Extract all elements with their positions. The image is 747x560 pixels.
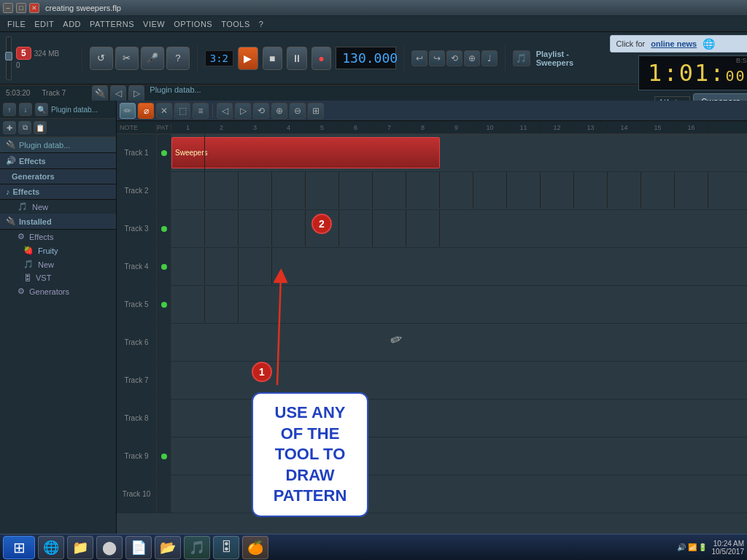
track-1-cells[interactable]: Sweepers bbox=[171, 134, 747, 171]
track-6-label[interactable]: Track 6 bbox=[117, 324, 157, 361]
sweepers-pattern[interactable]: Sweepers bbox=[171, 137, 440, 168]
track-3-cells[interactable] bbox=[171, 210, 747, 247]
help-button[interactable]: ? bbox=[166, 47, 190, 70]
loop-back-button[interactable]: ↩ bbox=[411, 50, 427, 66]
menu-file[interactable]: FILe bbox=[3, 18, 30, 30]
track-6-cells[interactable]: ✏ bbox=[171, 324, 747, 361]
brush-tool[interactable]: ⌀ bbox=[138, 103, 154, 119]
close-button[interactable]: ✕ bbox=[29, 3, 39, 13]
sidebar-item-fruity[interactable]: 🍓 Fruity bbox=[0, 244, 116, 257]
track-10-label[interactable]: Track 10 bbox=[117, 475, 157, 513]
prev-track-icon[interactable]: ◁ bbox=[110, 85, 126, 101]
track-7-pat[interactable] bbox=[157, 362, 171, 399]
loop2-btn[interactable]: ⟲ bbox=[253, 103, 269, 119]
sidebar-item-installed-generators[interactable]: ⚙ Generators bbox=[0, 284, 116, 298]
track-6-pat[interactable] bbox=[157, 324, 171, 361]
track-3-label[interactable]: Track 3 bbox=[117, 210, 157, 247]
sidebar-new-btn[interactable]: ✚ bbox=[3, 121, 16, 134]
playlist-grid[interactable]: NOTE PAT 1 2 3 4 5 6 7 8 9 10 11 12 bbox=[117, 121, 747, 534]
play-button[interactable]: ▶ bbox=[238, 47, 258, 70]
track-4-label[interactable]: Track 4 bbox=[117, 248, 157, 285]
playlist-icon[interactable]: 🎵 bbox=[513, 50, 530, 66]
sidebar-section-effects-generators[interactable]: 🔊 Effects bbox=[0, 153, 116, 169]
eraser-tool[interactable]: ✕ bbox=[156, 103, 172, 119]
taskbar-app1[interactable]: 📂 bbox=[155, 536, 181, 559]
pause-button[interactable]: ⏸ bbox=[287, 47, 307, 70]
online-news-link[interactable]: online news bbox=[651, 39, 697, 48]
mic-button[interactable]: 🎤 bbox=[141, 47, 164, 70]
volume-slider[interactable] bbox=[6, 36, 12, 80]
track-2-label[interactable]: Track 2 bbox=[117, 172, 157, 209]
next-track-icon[interactable]: ▷ bbox=[128, 85, 144, 101]
loop-fwd-button[interactable]: ↪ bbox=[429, 50, 445, 66]
pencil-tool[interactable]: ✏ bbox=[120, 103, 136, 119]
sidebar-copy-btn[interactable]: ⧉ bbox=[18, 121, 31, 134]
menu-tools[interactable]: tooLS bbox=[217, 18, 255, 30]
sidebar-up-btn[interactable]: ↑ bbox=[3, 103, 16, 116]
taskbar-app2[interactable]: 🎵 bbox=[184, 536, 210, 559]
menu-add[interactable]: ADD bbox=[58, 18, 85, 30]
track-9-dot bbox=[161, 454, 167, 459]
sidebar-item-vst[interactable]: 🎛 VST bbox=[0, 271, 116, 284]
sidebar-section-installed[interactable]: 🔌 Installed bbox=[0, 214, 116, 230]
maximize-button[interactable]: □ bbox=[16, 3, 26, 13]
sidebar-item-new2[interactable]: 🎵 New bbox=[0, 257, 116, 271]
select-tool[interactable]: ⬚ bbox=[174, 103, 190, 119]
next-btn[interactable]: ▷ bbox=[235, 103, 251, 119]
sidebar-down-btn[interactable]: ↓ bbox=[19, 103, 32, 116]
plugin-db-icon[interactable]: 🔌 bbox=[92, 85, 108, 101]
track-10-pat[interactable] bbox=[157, 475, 171, 513]
taskbar-chrome[interactable]: ⬤ bbox=[96, 536, 123, 559]
snap-btn[interactable]: ⊞ bbox=[308, 103, 324, 119]
start-button[interactable]: ⊞ bbox=[3, 536, 35, 559]
bpm-display[interactable]: 130.000 bbox=[336, 47, 396, 69]
track-5-cells[interactable] bbox=[171, 286, 747, 323]
slider-thumb[interactable] bbox=[5, 52, 12, 61]
taskbar-explorer[interactable]: 📁 bbox=[67, 536, 93, 559]
track-7-label[interactable]: Track 7 bbox=[117, 362, 157, 399]
menu-patterns[interactable]: PATTERNS bbox=[85, 18, 139, 30]
sidebar-section-generators[interactable]: Generators bbox=[0, 169, 116, 184]
taskbar-app3[interactable]: 🎛 bbox=[213, 536, 239, 559]
sidebar-item-effects[interactable]: ⚙ Effects bbox=[0, 230, 116, 244]
loop-button[interactable]: ⟲ bbox=[446, 50, 462, 66]
track-2-cell[interactable] bbox=[171, 172, 205, 209]
taskbar-pdf[interactable]: 📄 bbox=[125, 536, 152, 559]
record-button[interactable]: ● bbox=[311, 47, 332, 70]
sidebar-paste-btn[interactable]: 📋 bbox=[34, 121, 47, 134]
menu-edit[interactable]: EDIT bbox=[30, 18, 58, 30]
zoom-in-button[interactable]: ⊕ bbox=[464, 50, 480, 66]
plugin-db-header[interactable]: 🔌 Plugin datab... bbox=[0, 137, 116, 153]
track-5-pat[interactable] bbox=[157, 286, 171, 323]
track-2-pat[interactable] bbox=[157, 172, 171, 209]
menu-view[interactable]: VIEW bbox=[139, 18, 169, 30]
refresh-button[interactable]: ↺ bbox=[90, 47, 113, 70]
track-8-label[interactable]: Track 8 bbox=[117, 400, 157, 437]
track-4-pat[interactable] bbox=[157, 248, 171, 285]
zoom-in-btn[interactable]: ⊕ bbox=[271, 103, 287, 119]
track-8-pat[interactable] bbox=[157, 400, 171, 437]
track-1-cell-1[interactable] bbox=[171, 134, 205, 172]
track-4-cells[interactable] bbox=[171, 248, 747, 285]
track-5-label[interactable]: Track 5 bbox=[117, 286, 157, 323]
stop-button[interactable]: ■ bbox=[263, 47, 283, 70]
track-1-pat[interactable] bbox=[157, 134, 171, 171]
taskbar-app4[interactable]: 🍊 bbox=[242, 536, 268, 559]
sidebar-item-new[interactable]: 🎵 New bbox=[0, 200, 116, 214]
track-9-pat[interactable] bbox=[157, 438, 171, 475]
track-9-label[interactable]: Track 9 bbox=[117, 438, 157, 475]
sidebar-search-btn[interactable]: 🔍 bbox=[35, 103, 48, 116]
taskbar-ie[interactable]: 🌐 bbox=[38, 536, 64, 559]
cut-button[interactable]: ✂ bbox=[115, 47, 139, 70]
zoom-tool[interactable]: ≡ bbox=[193, 103, 209, 119]
track-3-pat[interactable] bbox=[157, 210, 171, 247]
sidebar-section-effects[interactable]: ♪ Effects bbox=[0, 184, 116, 200]
minimize-button[interactable]: – bbox=[3, 3, 13, 13]
metronome-button[interactable]: ♩ bbox=[481, 50, 498, 66]
prev-btn[interactable]: ◁ bbox=[217, 103, 233, 119]
menu-help[interactable]: ? bbox=[255, 18, 268, 30]
menu-options[interactable]: OPTIONS bbox=[169, 18, 217, 30]
track-2-cells[interactable] bbox=[171, 172, 747, 209]
track-1-label[interactable]: Track 1 bbox=[117, 134, 157, 171]
zoom-out-btn[interactable]: ⊖ bbox=[290, 103, 306, 119]
